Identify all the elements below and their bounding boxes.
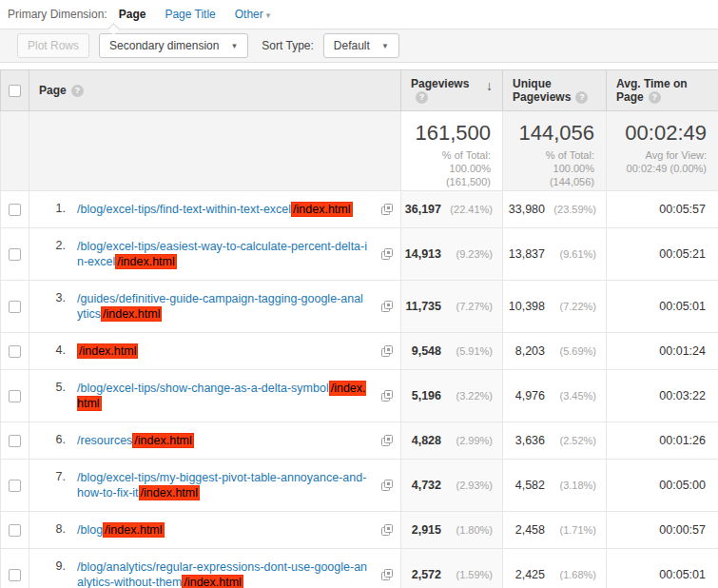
avg-time-value: 00:01:24 [607, 344, 718, 358]
table-row: 7. /blog/excel-tips/my-biggest-pivot-tab… [1, 460, 718, 512]
table-row: 1. /blog/excel-tips/find-text-within-tex… [1, 191, 718, 228]
primary-dimension-label: Primary Dimension: [8, 8, 107, 21]
column-header-unique-pageviews[interactable]: Unique Pageviews? [503, 70, 607, 111]
unique-pageviews-cell: 2,458(1.71%) [503, 512, 607, 549]
column-header-pageviews[interactable]: ↓Pageviews? [401, 70, 503, 111]
sort-type-dropdown[interactable]: Default▼ [323, 33, 399, 58]
row-checkbox-cell [1, 191, 29, 228]
help-icon[interactable]: ? [416, 91, 428, 104]
page-link[interactable]: /index.html [77, 343, 368, 359]
analytics-table-page: Primary Dimension: Page Page Title Other… [0, 0, 718, 588]
page-link[interactable]: /guides/definitive-guide-campaign-taggin… [77, 291, 368, 322]
open-in-new-window-icon[interactable] [380, 344, 394, 358]
row-rank: 3. [29, 291, 66, 304]
total-pageviews-note: 100.00% [407, 162, 491, 175]
table-header-row: Page? ↓Pageviews? Unique Pageviews? Avg.… [1, 70, 718, 111]
sort-descending-icon[interactable]: ↓ [486, 78, 493, 93]
dimension-tab-other[interactable]: Other▾ [235, 8, 271, 21]
pageviews-cell: 9,548(5.91%) [401, 333, 503, 370]
help-icon[interactable]: ? [649, 91, 661, 104]
index-html-highlight: /index.html [291, 202, 352, 217]
secondary-dimension-dropdown[interactable]: Secondary dimension▼ [99, 33, 248, 58]
plot-rows-button[interactable]: Plot Rows [17, 33, 89, 58]
table-row: 5. /blog/excel-tips/show-change-as-a-del… [1, 370, 718, 422]
help-icon[interactable]: ? [575, 91, 588, 104]
index-html-highlight: /index.html [103, 522, 164, 538]
pageviews-percent: (1.59%) [441, 569, 493, 580]
avg-time-value: 00:01:26 [607, 434, 718, 447]
sort-type-label: Sort Type: [262, 39, 313, 52]
page-link[interactable]: /blog/excel-tips/easiest-way-to-calculat… [77, 239, 368, 269]
dimension-tab-page[interactable]: Page [119, 8, 146, 21]
total-pageviews-note: (161,500) [407, 175, 491, 188]
page-path: /blog [77, 523, 103, 537]
avg-time-value: 00:05:01 [607, 300, 718, 313]
pageviews-header-label: Pageviews [411, 77, 469, 90]
open-in-new-window-icon[interactable] [380, 247, 394, 261]
open-in-new-window-icon[interactable] [380, 523, 394, 537]
table-row: 9. /blog/analytics/regular-expressions-d… [1, 549, 718, 588]
table-row: 2. /blog/excel-tips/easiest-way-to-calcu… [1, 228, 718, 281]
page-link[interactable]: /blog/excel-tips/find-text-within-text-e… [77, 202, 368, 217]
row-checkbox-cell [1, 281, 29, 333]
plot-rows-label: Plot Rows [28, 39, 79, 52]
row-checkbox-cell [1, 228, 29, 281]
unique-pageviews-percent: (1.68%) [545, 569, 596, 580]
pageviews-cell: 5,196(3.22%) [401, 370, 503, 422]
unique-pageviews-cell: 2,425(1.68%) [503, 549, 607, 588]
sort-type-value: Default [334, 39, 370, 52]
avg-time-cell: 00:01:26 [607, 422, 718, 460]
help-icon[interactable]: ? [71, 85, 84, 97]
avg-time-cell: 00:05:57 [607, 191, 718, 228]
page-cell: 9. /blog/analytics/regular-expressions-d… [29, 549, 401, 588]
row-checkbox-cell [1, 512, 29, 549]
row-checkbox[interactable] [9, 301, 21, 313]
unique-pageviews-percent: (7.22%) [545, 301, 596, 312]
table-row: 8. /blog/index.html 2,915(1.80%) 2,458(1… [1, 512, 718, 549]
row-checkbox[interactable] [9, 248, 21, 261]
unique-pageviews-cell: 4,582(3.18%) [503, 460, 607, 512]
unique-pageviews-percent: (9.61%) [545, 248, 596, 260]
open-in-new-window-icon[interactable] [380, 389, 394, 402]
page-link[interactable]: /blog/analytics/regular-expressions-dont… [77, 559, 368, 588]
dimension-tab-page-title[interactable]: Page Title [165, 8, 215, 21]
open-in-new-window-icon[interactable] [380, 203, 394, 216]
total-unique-pageviews-value: 144,056 [509, 121, 594, 146]
row-checkbox[interactable] [9, 345, 21, 358]
row-checkbox[interactable] [9, 204, 21, 216]
row-rank: 1. [29, 202, 66, 215]
page-link[interactable]: /blog/index.html [77, 522, 368, 538]
row-checkbox[interactable] [9, 480, 21, 492]
row-checkbox-cell [1, 460, 29, 512]
row-checkbox[interactable] [9, 390, 21, 402]
row-checkbox[interactable] [9, 435, 21, 447]
page-link[interactable]: /blog/excel-tips/my-biggest-pivot-table-… [77, 470, 368, 500]
select-all-header-cell [1, 70, 29, 111]
row-checkbox[interactable] [9, 524, 21, 537]
page-cell: 5. /blog/excel-tips/show-change-as-a-del… [29, 370, 401, 422]
unique-pageviews-value: 2,425 [515, 568, 545, 581]
pageviews-cell: 36,197(22.41%) [401, 191, 503, 228]
avg-time-cell: 00:05:01 [607, 549, 718, 588]
open-in-new-window-icon[interactable] [380, 300, 394, 313]
column-header-avg-time[interactable]: Avg. Time on Page? [607, 70, 718, 111]
pageviews-percent: (9.23%) [441, 248, 493, 260]
select-all-checkbox[interactable] [9, 85, 21, 97]
page-link[interactable]: /blog/excel-tips/show-change-as-a-delta-… [77, 381, 368, 411]
open-in-new-window-icon[interactable] [380, 434, 394, 447]
page-path: /blog/excel-tips/find-text-within-text-e… [77, 203, 291, 216]
totals-row: 161,500 % of Total: 100.00% (161,500) 14… [1, 111, 718, 191]
pageviews-value: 36,197 [405, 203, 441, 216]
totals-checkbox-cell [1, 111, 29, 191]
row-checkbox[interactable] [9, 569, 21, 581]
unique-pageviews-percent: (3.18%) [545, 480, 596, 491]
page-link[interactable]: /resources/index.html [77, 433, 368, 448]
unique-pageviews-percent: (2.52%) [545, 435, 596, 446]
row-rank: 7. [29, 470, 66, 483]
page-cell: 3. /guides/definitive-guide-campaign-tag… [29, 281, 401, 333]
unique-pageviews-value: 4,582 [515, 479, 545, 492]
column-header-page[interactable]: Page? [29, 70, 401, 111]
open-in-new-window-icon[interactable] [380, 479, 394, 492]
open-in-new-window-icon[interactable] [380, 568, 394, 581]
row-rank: 8. [29, 522, 66, 536]
